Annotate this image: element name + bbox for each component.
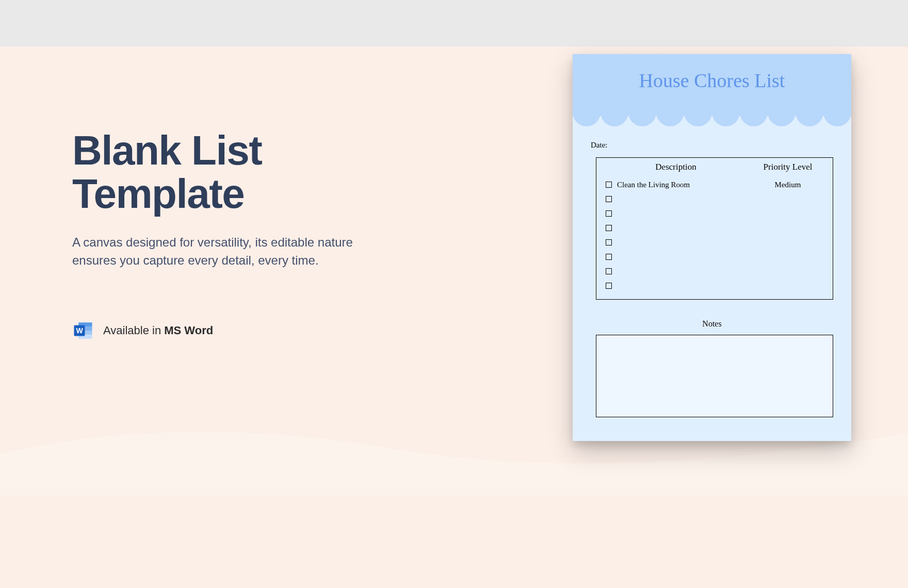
- scallop-decoration: [573, 106, 851, 126]
- checkbox-icon: [606, 254, 612, 260]
- chore-priority: Medium: [749, 181, 826, 189]
- chore-description: Clean the Living Room: [617, 181, 749, 189]
- msword-icon: W: [72, 320, 94, 341]
- checkbox-icon: [606, 225, 612, 231]
- preview-header: House Chores List: [573, 54, 851, 116]
- table-row: [603, 250, 826, 264]
- svg-text:W: W: [76, 326, 83, 335]
- checkbox-icon: [606, 283, 612, 289]
- availability-app: MS Word: [164, 324, 213, 337]
- top-bar: [0, 0, 908, 46]
- table-row: [603, 279, 826, 293]
- notes-box: [596, 335, 833, 417]
- table-row: [603, 264, 826, 279]
- checkbox-icon: [606, 196, 612, 202]
- column-priority: Priority Level: [749, 162, 826, 172]
- checkbox-icon: [606, 239, 612, 246]
- template-preview: House Chores List Date: Description Prio…: [573, 54, 851, 441]
- page-title: Blank List Template: [72, 129, 392, 216]
- table-row: Clean the Living Room Medium: [603, 177, 826, 192]
- availability-prefix: Available in: [103, 324, 164, 337]
- table-row: [603, 206, 826, 221]
- date-label: Date:: [591, 141, 833, 150]
- checkbox-icon: [606, 210, 612, 217]
- hero-content: Blank List Template A canvas designed fo…: [72, 129, 392, 270]
- availability-text: Available in MS Word: [103, 324, 213, 337]
- checkbox-icon: [606, 182, 612, 188]
- table-row: [603, 192, 826, 206]
- chores-table: Description Priority Level Clean the Liv…: [596, 157, 833, 300]
- availability-row: W Available in MS Word: [72, 320, 213, 341]
- notes-label: Notes: [591, 319, 833, 329]
- table-header-row: Description Priority Level: [603, 162, 826, 172]
- column-description: Description: [603, 162, 749, 172]
- preview-title: House Chores List: [639, 69, 785, 92]
- checkbox-icon: [606, 268, 612, 274]
- page-subtitle: A canvas designed for versatility, its e…: [72, 234, 377, 270]
- table-row: [603, 235, 826, 250]
- table-row: [603, 221, 826, 235]
- preview-body: Date: Description Priority Level Clean t…: [573, 116, 851, 428]
